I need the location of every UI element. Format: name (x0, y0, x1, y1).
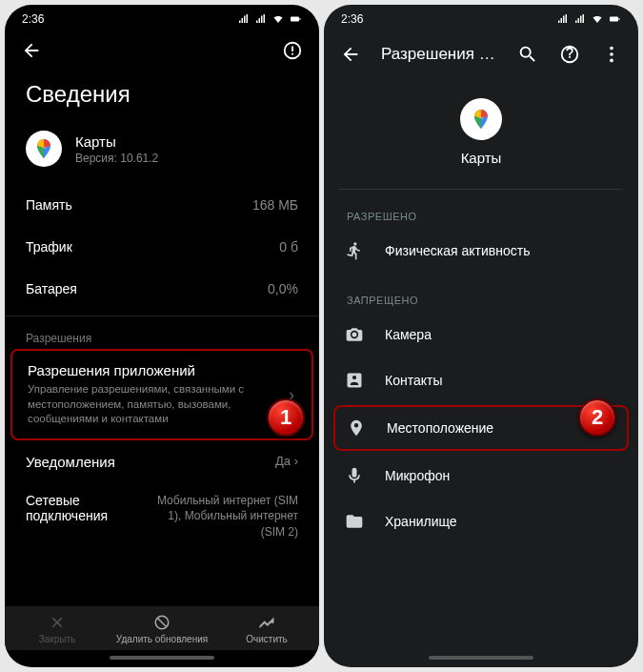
permission-contacts[interactable]: Контакты (324, 357, 638, 403)
perm-desc: Управление разрешениями, связанными с ме… (28, 382, 256, 427)
search-icon[interactable] (516, 43, 539, 66)
traffic-row[interactable]: Трафик0 б (5, 226, 319, 268)
maps-app-icon (26, 131, 62, 167)
status-bar: 2:36 (5, 5, 319, 30)
signal-icon (254, 13, 268, 25)
svg-point-6 (610, 47, 613, 51)
wifi-icon (591, 13, 604, 25)
mic-icon (345, 466, 364, 485)
battery-row[interactable]: Батарея0,0% (5, 268, 319, 310)
page-title: Разрешения при.. (381, 45, 497, 64)
wifi-icon (271, 13, 285, 25)
svg-rect-4 (610, 17, 618, 22)
svg-point-8 (610, 59, 613, 63)
permission-microphone[interactable]: Микрофон (324, 453, 638, 499)
camera-icon (345, 325, 364, 344)
overflow-icon[interactable] (600, 43, 623, 66)
contacts-icon (345, 371, 364, 390)
memory-row[interactable]: Память168 МБ (5, 184, 319, 226)
allowed-section-label: Разрешено (324, 190, 638, 228)
signal-icon (237, 13, 251, 25)
svg-point-7 (610, 52, 613, 56)
permission-activity[interactable]: Физическая активность (324, 228, 638, 274)
nav-handle[interactable] (429, 656, 533, 660)
permissions-section-label: Разрешения (5, 322, 319, 349)
phone-right: 2:36 Разрешения при.. Карты Разрешено Фи… (324, 5, 638, 667)
status-icons (237, 13, 302, 25)
notifications-row[interactable]: УведомленияДа › (5, 440, 319, 483)
back-button[interactable] (20, 39, 43, 62)
network-row[interactable]: Сетевые подключенияМобильный интернет (S… (5, 483, 319, 550)
app-header: Карты Версия: 10.61.2 (5, 123, 319, 184)
nav-handle[interactable] (110, 656, 214, 660)
status-bar: 2:36 (324, 5, 638, 30)
svg-rect-5 (619, 18, 620, 20)
info-icon[interactable] (281, 39, 304, 62)
uninstall-updates-button[interactable]: Удалить обновления (110, 614, 214, 644)
activity-icon (345, 241, 364, 260)
denied-section-label: Запрещено (324, 274, 638, 312)
status-time: 2:36 (22, 12, 44, 26)
battery-icon (608, 13, 621, 25)
help-icon[interactable] (558, 43, 581, 66)
status-time: 2:36 (341, 12, 363, 26)
status-icons (556, 13, 621, 25)
app-bar: Разрешения при.. (324, 30, 638, 79)
svg-rect-0 (291, 17, 299, 22)
battery-icon (289, 13, 302, 25)
annotation-badge-2: 2 (578, 398, 616, 437)
app-header: Карты (324, 79, 638, 189)
annotation-badge-1: 1 (267, 398, 305, 437)
signal-icon (556, 13, 570, 25)
close-button: Закрыть (5, 614, 110, 644)
back-button[interactable] (339, 43, 362, 66)
phone-left: 2:36 Сведения Карты Версия: 10.61.2 Памя… (5, 5, 319, 667)
app-name: Карты (461, 150, 502, 166)
permission-camera[interactable]: Камера (324, 312, 638, 357)
page-title: Сведения (5, 71, 319, 123)
maps-app-icon (460, 98, 502, 140)
signal-icon (573, 13, 587, 25)
app-bar (5, 30, 319, 71)
perm-title: Разрешения приложений (28, 362, 296, 378)
bottom-bar: Закрыть Удалить обновления Очистить (5, 606, 319, 650)
divider (5, 316, 319, 316)
location-icon (347, 418, 366, 438)
svg-rect-1 (300, 18, 301, 20)
clear-button[interactable]: Очистить (214, 614, 319, 644)
permission-storage[interactable]: Хранилище (324, 499, 638, 544)
folder-icon (345, 512, 364, 531)
app-version: Версия: 10.61.2 (75, 152, 158, 165)
app-name: Карты (75, 133, 158, 150)
